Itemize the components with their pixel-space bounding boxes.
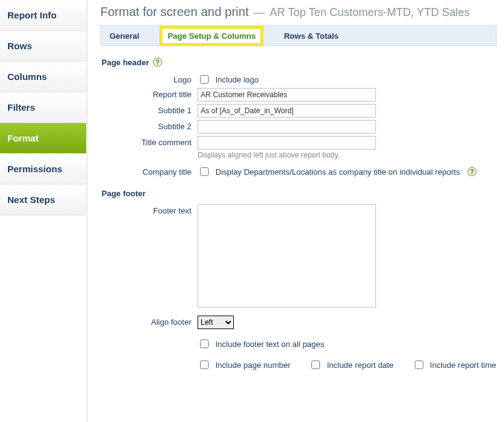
section-page-footer: Page footer xyxy=(102,189,497,198)
sidebar-item-format[interactable]: Format xyxy=(0,123,86,154)
logo-label: Logo xyxy=(100,73,198,84)
company-title-text: Display Departments/Locations as company… xyxy=(215,167,460,177)
help-icon[interactable]: ? xyxy=(153,57,162,67)
sidebar-item-label: Permissions xyxy=(7,164,62,174)
include-logo-checkbox[interactable] xyxy=(200,75,209,84)
sidebar-item-label: Columns xyxy=(7,71,47,82)
sidebar-item-permissions[interactable]: Permissions xyxy=(0,154,86,185)
subtitle1-input[interactable] xyxy=(198,104,376,117)
page-title-dash: — xyxy=(254,6,265,19)
subtitle2-input[interactable] xyxy=(198,120,376,133)
section-page-header: Page header ? xyxy=(102,57,497,67)
sidebar-item-columns[interactable]: Columns xyxy=(0,62,86,92)
tab-rows-totals[interactable]: Rows & Totals xyxy=(278,28,345,44)
svg-text:?: ? xyxy=(156,59,159,66)
sidebar-item-filters[interactable]: Filters xyxy=(0,92,86,123)
include-footer-all-pages-checkbox[interactable] xyxy=(200,340,209,348)
page-title: Format for screen and print xyxy=(100,5,249,19)
page-subtitle: AR Top Ten Customers-MTD, YTD Sales xyxy=(270,6,470,19)
help-icon[interactable]: ? xyxy=(467,167,477,177)
company-title-label: Company title xyxy=(100,165,198,177)
title-comment-hint: Displays aligned left just above report … xyxy=(198,151,376,159)
include-report-date-checkbox[interactable] xyxy=(311,360,320,369)
sidebar-item-label: Report Info xyxy=(7,10,57,20)
include-logo-label: Include logo xyxy=(215,75,258,84)
title-comment-label: Title comment xyxy=(100,136,198,147)
include-report-time-checkbox[interactable] xyxy=(415,360,423,369)
section-label: Page footer xyxy=(102,189,146,198)
footer-text-label: Footer text xyxy=(100,204,198,215)
report-title-input[interactable] xyxy=(198,88,376,102)
svg-text:?: ? xyxy=(470,169,474,175)
align-footer-label: Align footer xyxy=(100,316,198,327)
sidebar-item-next-steps[interactable]: Next Steps xyxy=(0,185,86,215)
sidebar-item-label: Format xyxy=(7,133,39,143)
sidebar-item-label: Next Steps xyxy=(7,194,55,205)
footer-text-input[interactable] xyxy=(198,204,376,308)
page-title-row: Format for screen and print — AR Top Ten… xyxy=(100,2,497,25)
include-page-number-checkbox[interactable] xyxy=(200,360,209,369)
sidebar-item-label: Filters xyxy=(7,102,35,113)
main-panel: Format for screen and print — AR Top Ten… xyxy=(88,0,504,422)
company-title-checkbox[interactable] xyxy=(200,167,209,176)
report-title-label: Report title xyxy=(100,88,198,99)
include-report-time-label: Include report time xyxy=(430,360,497,370)
tab-page-setup-columns[interactable]: Page Setup & Columns xyxy=(161,28,262,44)
subtitle2-label: Subtitle 2 xyxy=(100,120,198,131)
sidebar-item-report-info[interactable]: Report Info xyxy=(0,0,86,31)
subtitle1-label: Subtitle 1 xyxy=(100,104,198,115)
sidebar: Report Info Rows Columns Filters Format … xyxy=(0,0,88,422)
tab-general[interactable]: General xyxy=(103,28,145,44)
tab-bar: General Page Setup & Columns Rows & Tota… xyxy=(100,25,497,46)
align-footer-select[interactable]: Left Center Right xyxy=(198,316,234,329)
sidebar-item-label: Rows xyxy=(7,41,32,51)
include-page-number-label: Include page number xyxy=(215,360,290,370)
section-label: Page header xyxy=(102,58,149,67)
title-comment-input[interactable] xyxy=(198,136,376,149)
sidebar-item-rows[interactable]: Rows xyxy=(0,31,86,62)
include-report-date-label: Include report date xyxy=(327,360,393,370)
include-footer-all-pages-label: Include footer text on all pages xyxy=(215,340,324,349)
